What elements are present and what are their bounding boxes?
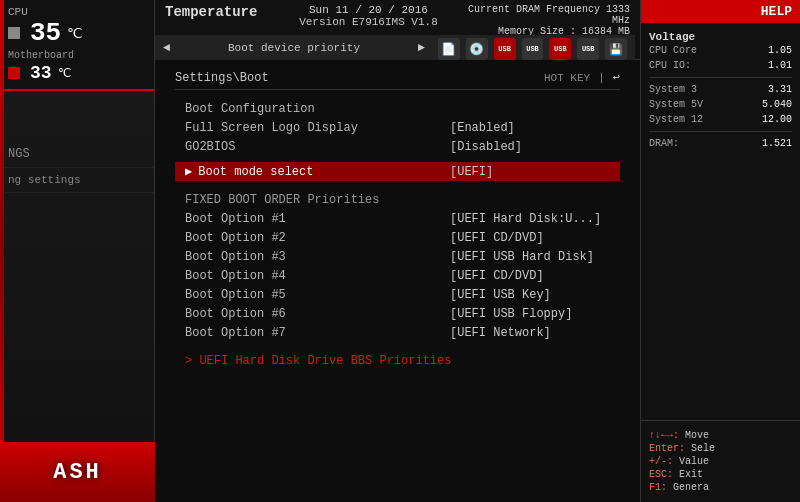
boot-opt-2-row[interactable]: Boot Option #2 [UEFI CD/DVD] [175,229,620,247]
bios-logo-text: ASH [53,460,102,485]
uefi-hdd-link[interactable]: > UEFI Hard Disk Drive BBS Priorities [175,352,620,370]
cpu-core-value: 1.05 [768,45,792,56]
voltage-label: Voltage [641,27,800,43]
hotkey-back-icon[interactable]: ↩ [613,70,620,85]
boot-opt-3-value: [UEFI USB Hard Disk] [450,250,610,264]
bios-logo: ASH [0,442,155,502]
boot-opt-1-row[interactable]: Boot Option #1 [UEFI Hard Disk:U...] [175,210,620,228]
key-f1-symbol: F1: [649,482,667,493]
boot-mode-label: Boot mode select [198,165,450,179]
boot-opt-7-label: Boot Option #7 [185,326,450,340]
mb-temp-value-row: 33 ℃ [8,63,146,83]
fullscreen-logo-label: Full Screen Logo Display [185,121,450,135]
boot-opt-7-value: [UEFI Network] [450,326,610,340]
boot-opt-2-label: Boot Option #2 [185,231,450,245]
right-divider-2 [649,131,792,132]
boot-opt-5-row[interactable]: Boot Option #5 [UEFI USB Key] [175,286,620,304]
nav-item-settings[interactable]: ng settings [0,168,154,193]
floppy-icon: 💾 [605,38,627,60]
boot-config-row: Boot Configuration [175,100,620,118]
key-hint-value: +/-: Value [649,455,792,468]
breadcrumb-bar: Settings\Boot HOT KEY | ↩ [175,70,620,90]
boot-opt-1-value: [UEFI Hard Disk:U...] [450,212,610,226]
sys12-row: System 12 12.00 [641,112,800,127]
hotkey-area: HOT KEY | ↩ [544,70,620,85]
boot-opt-6-value: [UEFI USB Floppy] [450,307,610,321]
header-title: Temperature [165,4,281,20]
cpu-temp-indicator [8,27,20,39]
right-header: HELP [641,0,800,23]
sys12-value: 12.00 [762,114,792,125]
key-value-desc: Value [679,456,709,467]
cpu-io-label: CPU IO: [649,60,691,71]
fixed-boot-order-label: FIXED BOOT ORDER Priorities [185,193,379,207]
mb-label: Motherboard [8,50,74,61]
boot-options-section: Boot Option #1 [UEFI Hard Disk:U...] Boo… [175,210,620,342]
key-enter-symbol: Enter: [649,443,685,454]
bios-screen: CPU 35 ℃ Motherboard 33 ℃ NGS ng setting… [0,0,800,502]
boot-opt-6-row[interactable]: Boot Option #6 [UEFI USB Floppy] [175,305,620,323]
key-value-symbol: +/-: [649,456,673,467]
cpu-temp-unit: ℃ [67,25,83,42]
sys3-value: 3.31 [768,84,792,95]
boot-config-label: Boot Configuration [185,102,450,116]
main-content: Settings\Boot HOT KEY | ↩ Boot Configura… [155,60,640,502]
dram-freq: Current DRAM Frequency 1333 MHz [456,4,630,26]
boot-opt-6-label: Boot Option #6 [185,307,450,321]
dram-row: DRAM: 1.521 [641,136,800,151]
boot-priority-text: Boot device priority [170,42,418,54]
mb-temp-indicator [8,67,20,79]
priority-left-arrow: ◄ [163,41,170,55]
right-sidebar: HELP Voltage CPU Core 1.05 CPU IO: 1.01 … [640,0,800,502]
hotkey-label: HOT KEY [544,72,590,84]
go2bios-label: GO2BIOS [185,140,450,154]
sys5-row: System 5V 5.040 [641,97,800,112]
sys12-label: System 12 [649,114,703,125]
datetime: Sun 11 / 20 / 2016 [281,4,455,16]
key-hint-enter: Enter: Sele [649,442,792,455]
boot-mode-value: [UEFI] [450,165,610,179]
temperature-section: CPU 35 ℃ Motherboard 33 ℃ [0,0,154,91]
usb-icon-2: USB [522,38,544,60]
boot-opt-1-label: Boot Option #1 [185,212,450,226]
cpu-io-row: CPU IO: 1.01 [641,58,800,73]
sys5-label: System 5V [649,99,703,110]
cpu-temp-row: 35 ℃ [8,20,146,46]
boot-config-section: Boot Configuration Full Screen Logo Disp… [175,100,620,156]
key-esc-desc: Exit [679,469,703,480]
mb-temp-row: Motherboard [8,50,146,61]
boot-priority-bar: ◄ Boot device priority ► [155,35,433,60]
go2bios-row[interactable]: GO2BIOS [Disabled] [175,138,620,156]
sys3-row: System 3 3.31 [641,82,800,97]
version: Version E7916IMS V1.8 [281,16,455,28]
usb-icon-4: USB [577,38,599,60]
left-sidebar: CPU 35 ℃ Motherboard 33 ℃ NGS ng setting… [0,0,155,502]
key-enter-desc: Sele [691,443,715,454]
boot-opt-5-value: [UEFI USB Key] [450,288,610,302]
boot-opt-7-row[interactable]: Boot Option #7 [UEFI Network] [175,324,620,342]
cpu-temp-value: 35 [30,20,61,46]
sys3-label: System 3 [649,84,697,95]
usb-bar: 📄 💿 USB USB USB USB 💾 [430,35,635,63]
cursor-arrow: ▶ [185,164,192,179]
key-f1-desc: Genera [673,482,709,493]
boot-opt-4-row[interactable]: Boot Option #4 [UEFI CD/DVD] [175,267,620,285]
key-move-desc: Move [685,430,709,441]
cpu-label: CPU [8,6,146,18]
boot-mode-row[interactable]: ▶ Boot mode select [UEFI] [175,162,620,181]
boot-opt-5-label: Boot Option #5 [185,288,450,302]
cpu-io-value: 1.01 [768,60,792,71]
cpu-core-label: CPU Core [649,45,697,56]
fixed-boot-order-header: FIXED BOOT ORDER Priorities [175,191,620,209]
key-move-symbol: ↑↓←→: [649,430,679,441]
fullscreen-logo-row[interactable]: Full Screen Logo Display [Enabled] [175,119,620,137]
boot-opt-4-label: Boot Option #4 [185,269,450,283]
sys5-value: 5.040 [762,99,792,110]
go2bios-value: [Disabled] [450,140,610,154]
boot-opt-3-label: Boot Option #3 [185,250,450,264]
boot-opt-3-row[interactable]: Boot Option #3 [UEFI USB Hard Disk] [175,248,620,266]
nav-item-ngs[interactable]: NGS [0,141,154,168]
dram-label: DRAM: [649,138,679,149]
key-hint-esc: ESC: Exit [649,468,792,481]
key-hint-move: ↑↓←→: Move [649,429,792,442]
